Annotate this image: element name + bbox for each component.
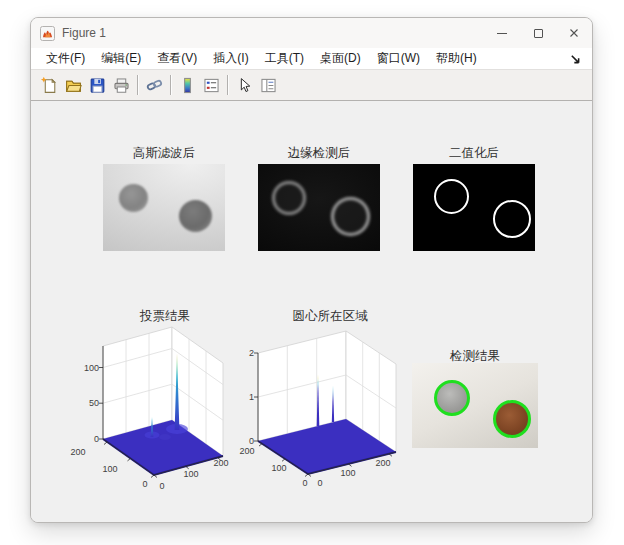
menu-help[interactable]: 帮助(H) bbox=[428, 48, 485, 69]
gaussian-filtered-image bbox=[103, 164, 225, 251]
ytick: 100 bbox=[271, 463, 286, 473]
ytick: 200 bbox=[70, 447, 85, 457]
xtick: 100 bbox=[183, 469, 198, 479]
binary-circle-right bbox=[493, 200, 531, 238]
subplot-title-votes: 投票结果 bbox=[139, 309, 190, 323]
ztick: 1 bbox=[249, 392, 254, 402]
matlab-figure-icon bbox=[40, 26, 55, 41]
ztick: 0 bbox=[249, 436, 254, 446]
ytick: 0 bbox=[302, 478, 307, 488]
ztick: 50 bbox=[89, 398, 99, 408]
ytick: 100 bbox=[102, 464, 117, 474]
new-figure-button[interactable] bbox=[37, 73, 61, 97]
menu-view[interactable]: 查看(V) bbox=[149, 48, 205, 69]
ztick: 100 bbox=[84, 363, 99, 373]
xtick: 0 bbox=[159, 481, 164, 491]
ztick: 2 bbox=[249, 348, 254, 358]
insert-colorbar-button[interactable] bbox=[175, 73, 199, 97]
subplot-title-binary: 二值化后 bbox=[413, 145, 535, 160]
edge-ring-right bbox=[331, 197, 370, 236]
menu-edit[interactable]: 编辑(E) bbox=[93, 48, 149, 69]
minimize-button[interactable] bbox=[484, 18, 520, 48]
menu-tools[interactable]: 工具(T) bbox=[257, 48, 312, 69]
toolbar-separator bbox=[170, 75, 171, 95]
centers-3d-plot: 圆心所在区域 2 bbox=[238, 304, 423, 504]
menubar: 文件(F) 编辑(E) 查看(V) 插入(I) 工具(T) 桌面(D) 窗口(W… bbox=[31, 48, 592, 70]
edge-ring-left bbox=[272, 181, 306, 215]
colorbar-icon bbox=[178, 76, 197, 95]
xtick: 0 bbox=[317, 478, 322, 488]
binary-circle-left bbox=[434, 179, 469, 214]
subplot-title-gaussian: 高斯滤波后 bbox=[103, 145, 225, 160]
edit-plot-button[interactable] bbox=[232, 73, 256, 97]
new-figure-icon bbox=[40, 76, 59, 95]
coin-left bbox=[119, 184, 148, 212]
open-folder-icon bbox=[64, 76, 83, 95]
toolbar-separator bbox=[227, 75, 228, 95]
save-icon bbox=[88, 76, 107, 95]
plot-browser-icon bbox=[259, 76, 278, 95]
figure-window: Figure 1 文件(F) 编辑(E) 查看(V) 插入(I) 工具(T) 桌… bbox=[30, 17, 593, 523]
detected-coin-silver bbox=[434, 380, 470, 416]
maximize-icon bbox=[534, 29, 543, 38]
legend-icon bbox=[202, 76, 221, 95]
insert-legend-button[interactable] bbox=[199, 73, 223, 97]
maximize-button[interactable] bbox=[520, 18, 556, 48]
print-figure-button[interactable] bbox=[109, 73, 133, 97]
xtick: 200 bbox=[213, 458, 228, 468]
coin-right bbox=[179, 200, 212, 232]
ytick: 0 bbox=[142, 479, 147, 489]
subplot-title-edge: 边缘检测后 bbox=[258, 145, 380, 160]
edge-detected-image bbox=[258, 164, 380, 251]
menu-window[interactable]: 窗口(W) bbox=[369, 48, 428, 69]
menu-file[interactable]: 文件(F) bbox=[38, 48, 93, 69]
ytick: 200 bbox=[239, 446, 254, 456]
subplot-title-result: 检测结果 bbox=[412, 348, 538, 363]
detection-result-image bbox=[412, 363, 538, 448]
figure-toolbar bbox=[31, 70, 592, 101]
toolbar-separator bbox=[137, 75, 138, 95]
detected-coin-copper bbox=[493, 400, 531, 438]
votes-3d-plot: 投票结果 bbox=[62, 304, 242, 504]
window-title: Figure 1 bbox=[62, 26, 106, 40]
link-plot-button[interactable] bbox=[142, 73, 166, 97]
cursor-arrow-icon bbox=[235, 76, 254, 95]
printer-icon bbox=[112, 76, 131, 95]
link-icon bbox=[145, 76, 164, 95]
minimize-icon bbox=[497, 33, 507, 34]
save-figure-button[interactable] bbox=[85, 73, 109, 97]
open-file-button[interactable] bbox=[61, 73, 85, 97]
close-icon bbox=[566, 25, 582, 41]
plot-browser-button[interactable] bbox=[256, 73, 280, 97]
subplot-title-centers: 圆心所在区域 bbox=[293, 309, 369, 323]
titlebar[interactable]: Figure 1 bbox=[31, 18, 592, 48]
menu-insert[interactable]: 插入(I) bbox=[205, 48, 256, 69]
close-button[interactable] bbox=[556, 18, 592, 48]
binarized-image bbox=[413, 164, 535, 251]
ztick: 0 bbox=[94, 434, 99, 444]
menu-desktop[interactable]: 桌面(D) bbox=[312, 48, 369, 69]
figure-canvas: 高斯滤波后 边缘检测后 二值化后 bbox=[31, 101, 592, 522]
xtick: 200 bbox=[375, 458, 390, 468]
xtick: 100 bbox=[340, 468, 355, 478]
dock-arrow-icon[interactable] bbox=[570, 52, 582, 64]
window-controls bbox=[484, 18, 592, 48]
